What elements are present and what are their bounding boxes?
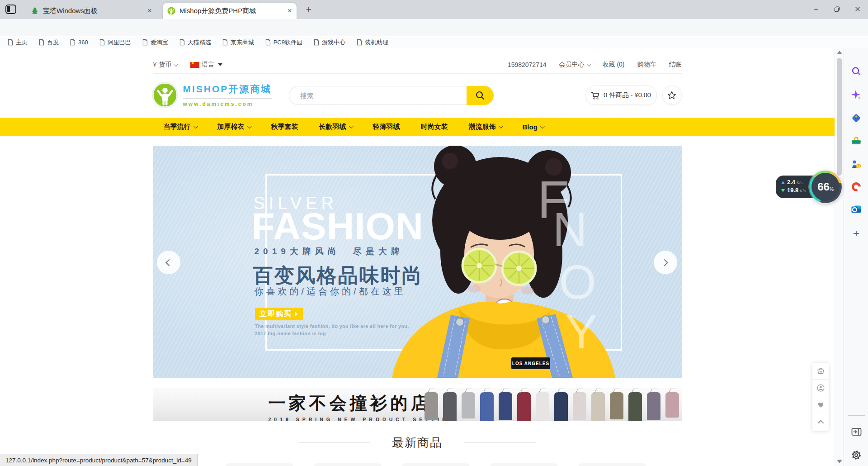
site-topbar: ¥ 货币 语言 15982072714 会员中心 收藏 (0) 购物车 bbox=[153, 48, 682, 74]
bookmark-label: 装机助理 bbox=[365, 38, 388, 47]
product-card-partial[interactable] bbox=[490, 463, 558, 466]
floating-toolbar bbox=[812, 363, 829, 431]
tab-close-icon[interactable]: × bbox=[147, 6, 152, 15]
tab-separator bbox=[22, 5, 22, 14]
games-icon[interactable] bbox=[851, 159, 862, 170]
chevron-down-icon bbox=[540, 124, 545, 128]
search-button[interactable] bbox=[467, 86, 494, 105]
widget-wishlist-button[interactable] bbox=[812, 396, 829, 413]
banner-smallprint: The multivariant style fashion, do you l… bbox=[255, 323, 409, 338]
bookmark-item[interactable]: 阿里巴巴 bbox=[99, 38, 131, 47]
nav-item[interactable]: 潮流服饰 bbox=[458, 118, 512, 136]
triangle-down-icon bbox=[218, 63, 222, 66]
search-input[interactable] bbox=[289, 86, 466, 105]
bookmark-item[interactable]: 爱淘宝 bbox=[142, 38, 168, 47]
minimize-button[interactable] bbox=[806, 0, 826, 18]
bookmark-item[interactable]: 天猫精选 bbox=[179, 38, 211, 47]
toolbox-icon[interactable] bbox=[851, 135, 862, 146]
bookmark-item[interactable]: PC9软件园 bbox=[265, 38, 302, 47]
baota-favicon bbox=[31, 7, 39, 15]
nav-item[interactable]: 时尚女装 bbox=[410, 118, 458, 136]
nav-item[interactable]: Blog bbox=[512, 118, 554, 136]
cart-summary-button[interactable]: 0 件商品 - ¥0.00 bbox=[585, 86, 657, 105]
nav-item[interactable]: 长款羽绒 bbox=[309, 118, 363, 136]
main-nav-items: 当季流行加厚棉衣秋季套装长款羽绒轻薄羽绒时尚女装潮流服饰Blog bbox=[153, 118, 682, 136]
sidebar-add-icon[interactable]: + bbox=[851, 228, 862, 239]
section-title: 最新商品 bbox=[392, 435, 443, 451]
widget-account-button[interactable] bbox=[812, 380, 829, 396]
tab-baota[interactable]: 宝塔Windows面板 × bbox=[26, 3, 156, 19]
page-icon bbox=[99, 39, 105, 46]
carousel-prev-button[interactable] bbox=[157, 251, 180, 274]
bookmark-item[interactable]: 装机助理 bbox=[356, 38, 388, 47]
chevron-down-icon bbox=[498, 124, 503, 128]
bookmark-item[interactable]: 360 bbox=[70, 39, 88, 46]
wishlist-link[interactable]: 收藏 (0) bbox=[603, 61, 625, 69]
currency-selector[interactable]: ¥ 货币 bbox=[153, 61, 177, 69]
hero-banner[interactable]: FNOY SILVER FASHION 2019大牌风尚 尽是大牌 百变风格品味… bbox=[153, 146, 682, 378]
favorites-button[interactable] bbox=[662, 86, 682, 105]
mishop-favicon bbox=[167, 7, 175, 15]
bookmark-item[interactable]: 百度 bbox=[38, 38, 59, 47]
nav-item[interactable]: 秋季套装 bbox=[261, 118, 309, 136]
nav-item[interactable]: 轻薄羽绒 bbox=[363, 118, 410, 136]
checkout-link[interactable]: 结账 bbox=[669, 61, 682, 69]
bookmark-item[interactable]: 主页 bbox=[7, 38, 28, 47]
chevron-right-icon bbox=[661, 259, 668, 266]
promo-stripe-banner[interactable]: 一家不会撞衫的店 2019 SPRING NEW PRODUCT SELLING bbox=[153, 388, 682, 421]
sidebar-search-icon[interactable] bbox=[851, 66, 862, 77]
garment bbox=[591, 392, 605, 421]
web-page: ¥ 货币 语言 15982072714 会员中心 收藏 (0) 购物车 bbox=[0, 48, 835, 466]
carousel-next-button[interactable] bbox=[654, 251, 677, 274]
basket-icon bbox=[817, 367, 825, 375]
member-center-link[interactable]: 会员中心 bbox=[559, 61, 590, 69]
bookmark-label: 百度 bbox=[47, 38, 59, 47]
bookmark-label: 天猫精选 bbox=[188, 38, 211, 47]
buy-now-button[interactable]: 立即购买 bbox=[255, 308, 303, 320]
widget-back-to-top-button[interactable] bbox=[812, 413, 829, 430]
memory-gauge[interactable]: 66 % bbox=[809, 171, 842, 203]
widget-cart-button[interactable] bbox=[812, 363, 829, 380]
bookmark-label: 爱淘宝 bbox=[151, 38, 168, 47]
sidebar-toggle-icon[interactable] bbox=[851, 426, 862, 437]
logo-title: MISHOP开源商城 bbox=[183, 83, 272, 99]
scroll-up-arrow[interactable] bbox=[837, 51, 842, 54]
scroll-down-arrow[interactable] bbox=[837, 460, 842, 463]
product-card-partial[interactable] bbox=[314, 463, 382, 466]
restore-button[interactable] bbox=[826, 0, 847, 18]
new-tab-button[interactable]: + bbox=[302, 4, 316, 16]
page-icon bbox=[38, 39, 44, 46]
cart-link[interactable]: 购物车 bbox=[637, 61, 656, 69]
tab-mishop[interactable]: Mishop开源免费PHP商城 × bbox=[163, 3, 297, 19]
stripe-title: 一家不会撞衫的店 bbox=[269, 392, 431, 415]
microsoft365-icon[interactable] bbox=[851, 181, 862, 192]
close-window-button[interactable] bbox=[847, 0, 868, 18]
bookmark-label: PC9软件园 bbox=[274, 38, 302, 47]
hanging-clothes-image bbox=[425, 388, 679, 421]
garment bbox=[480, 392, 494, 421]
chevron-down-icon bbox=[174, 62, 178, 67]
product-card-partial[interactable] bbox=[226, 463, 293, 466]
page-scrollbar[interactable] bbox=[835, 48, 844, 466]
nav-item[interactable]: 当季流行 bbox=[153, 118, 207, 136]
language-selector[interactable]: 语言 bbox=[190, 61, 222, 69]
garment bbox=[425, 392, 438, 420]
divider bbox=[299, 442, 370, 443]
scrollbar-thumb[interactable] bbox=[837, 58, 842, 176]
nav-item[interactable]: 加厚棉衣 bbox=[207, 118, 261, 136]
product-card-partial[interactable] bbox=[578, 463, 646, 466]
garment bbox=[647, 392, 660, 420]
tab-actions-icon[interactable] bbox=[5, 5, 16, 14]
page-icon bbox=[179, 39, 185, 46]
bookmark-item[interactable]: 京东商城 bbox=[222, 38, 254, 47]
shopping-icon[interactable] bbox=[851, 113, 862, 124]
copilot-icon[interactable] bbox=[851, 90, 862, 100]
logo-domain: www.damicms.com bbox=[183, 101, 272, 107]
mishop-logo-icon bbox=[153, 83, 177, 107]
site-logo[interactable]: MISHOP开源商城 www.damicms.com bbox=[153, 83, 272, 107]
product-card-partial[interactable] bbox=[402, 463, 470, 466]
settings-gear-icon[interactable] bbox=[851, 450, 862, 461]
outlook-icon[interactable] bbox=[851, 204, 862, 215]
bookmark-item[interactable]: 游戏中心 bbox=[313, 38, 345, 47]
tab-close-icon[interactable]: × bbox=[288, 6, 292, 15]
